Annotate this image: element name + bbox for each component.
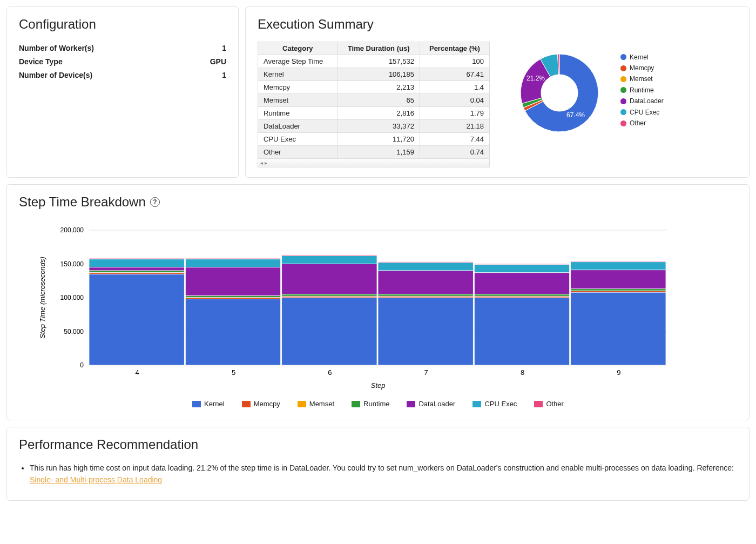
svg-rect-28 [282, 298, 377, 365]
table-header: Category [258, 42, 338, 55]
config-value: GPU [210, 55, 226, 69]
config-value: 1 [222, 42, 226, 55]
svg-rect-41 [378, 263, 473, 271]
svg-text:150,000: 150,000 [60, 260, 84, 268]
svg-rect-56 [571, 270, 666, 289]
svg-rect-52 [571, 292, 666, 365]
config-row: Device TypeGPU [19, 55, 226, 69]
svg-rect-40 [378, 271, 473, 294]
svg-rect-37 [378, 296, 473, 298]
svg-rect-18 [89, 258, 184, 259]
configuration-card: Configuration Number of Worker(s)1Device… [6, 6, 239, 178]
svg-rect-57 [571, 262, 666, 270]
svg-text:21.2%: 21.2% [526, 75, 545, 82]
legend-item[interactable]: DataLoader [620, 96, 664, 106]
legend-item[interactable]: Other [534, 398, 564, 410]
svg-rect-12 [89, 274, 184, 365]
svg-rect-53 [571, 291, 666, 292]
execution-summary-table: CategoryTime Duration (us)Percentage (%)… [258, 42, 490, 159]
svg-text:200,000: 200,000 [60, 226, 84, 234]
svg-rect-31 [282, 294, 377, 297]
svg-text:Step: Step [371, 381, 386, 389]
svg-text:50,000: 50,000 [64, 328, 84, 335]
svg-rect-42 [378, 261, 473, 263]
svg-text:0: 0 [80, 361, 84, 369]
config-row: Number of Worker(s)1 [19, 42, 226, 55]
table-header: Percentage (%) [420, 42, 489, 55]
svg-rect-26 [185, 258, 280, 259]
svg-text:8: 8 [521, 368, 524, 377]
svg-text:67.4%: 67.4% [566, 111, 585, 119]
step-time-breakdown-card: Step Time Breakdown ? 050,000100,000150,… [6, 184, 750, 420]
table-row: Memset650.04 [258, 94, 490, 107]
svg-rect-32 [282, 264, 377, 294]
svg-rect-34 [282, 255, 377, 256]
execution-summary-title: Execution Summary [258, 17, 737, 32]
svg-rect-49 [474, 265, 569, 273]
svg-rect-36 [378, 298, 473, 365]
legend-item[interactable]: Kernel [192, 398, 225, 410]
legend-item[interactable]: CPU Exec [473, 398, 517, 410]
step-time-breakdown-title: Step Time Breakdown [19, 194, 146, 210]
table-row: Average Step Time157,532100 [258, 55, 490, 68]
recommendation-text: This run has high time cost on input dat… [30, 464, 734, 472]
performance-recommendation-title: Performance Recommendation [19, 437, 737, 452]
legend-item[interactable]: Memcpy [242, 398, 280, 410]
legend-item[interactable]: CPU Exec [620, 107, 664, 118]
svg-rect-23 [185, 295, 280, 298]
svg-rect-21 [185, 298, 280, 299]
configuration-title: Configuration [19, 17, 226, 32]
legend-item[interactable]: Runtime [620, 85, 664, 96]
svg-text:Step Time (microseconds): Step Time (microseconds) [38, 257, 46, 339]
bar-chart-legend: KernelMemcpyMemsetRuntimeDataLoaderCPU E… [19, 398, 737, 410]
svg-rect-55 [571, 289, 666, 291]
svg-rect-50 [474, 264, 569, 265]
svg-rect-16 [89, 267, 184, 271]
execution-summary-donut-chart: 67.4%21.2% [503, 42, 616, 139]
svg-text:100,000: 100,000 [60, 294, 84, 301]
svg-rect-33 [282, 256, 377, 264]
help-icon[interactable]: ? [150, 197, 160, 207]
table-row: Runtime2,8161.79 [258, 107, 490, 120]
svg-text:5: 5 [232, 368, 235, 377]
svg-rect-13 [89, 273, 184, 274]
svg-rect-29 [282, 296, 377, 298]
svg-rect-47 [474, 294, 569, 297]
donut-legend: KernelMemcpyMemsetRuntimeDataLoaderCPU E… [620, 52, 664, 129]
legend-item[interactable]: Kernel [620, 52, 664, 63]
legend-item[interactable]: Memcpy [620, 63, 664, 73]
config-value: 1 [222, 69, 226, 82]
legend-item[interactable]: Other [620, 118, 664, 129]
table-row: Other1,1590.74 [258, 146, 490, 159]
execution-summary-card: Execution Summary CategoryTime Duration … [245, 6, 750, 178]
recommendation-link[interactable]: Single- and Multi-process Data Loading [30, 475, 162, 484]
table-row: Memcpy2,2131.4 [258, 81, 490, 94]
svg-rect-45 [474, 296, 569, 298]
table-row: DataLoader33,37221.18 [258, 120, 490, 133]
svg-rect-44 [474, 298, 569, 365]
svg-rect-24 [185, 267, 280, 296]
svg-rect-20 [185, 299, 280, 366]
svg-text:6: 6 [328, 368, 332, 377]
table-row: Kernel106,18567.41 [258, 68, 490, 81]
performance-recommendation-card: Performance Recommendation This run has … [6, 427, 750, 501]
svg-text:7: 7 [424, 368, 428, 377]
config-row: Number of Device(s)1 [19, 69, 226, 82]
legend-item[interactable]: DataLoader [407, 398, 455, 410]
recommendation-item: This run has high time cost on input dat… [30, 462, 737, 486]
table-header: Time Duration (us) [338, 42, 420, 55]
legend-item[interactable]: Memset [298, 398, 334, 410]
svg-rect-25 [185, 259, 280, 267]
svg-rect-17 [89, 259, 184, 267]
svg-text:9: 9 [617, 368, 620, 377]
step-time-breakdown-chart: 050,000100,000150,000200,000456789StepSt… [19, 219, 683, 392]
svg-rect-58 [571, 261, 666, 262]
svg-rect-15 [89, 271, 184, 273]
legend-item[interactable]: Memset [620, 73, 664, 84]
svg-text:4: 4 [136, 368, 139, 377]
legend-item[interactable]: Runtime [352, 398, 389, 410]
table-pager[interactable]: ◂ ▸ [258, 159, 490, 167]
config-label: Device Type [19, 55, 63, 69]
table-row: CPU Exec11,7207.44 [258, 133, 490, 146]
config-label: Number of Worker(s) [19, 42, 94, 55]
